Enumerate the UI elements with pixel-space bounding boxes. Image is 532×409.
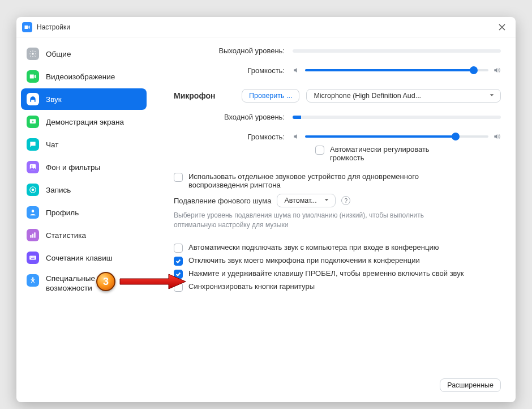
sidebar-item-audio[interactable]: Звук <box>21 88 147 110</box>
input-volume-label: Громкость: <box>174 133 293 141</box>
sidebar-item-label: Профиль <box>46 208 79 217</box>
mic-device-value: Microphone (High Definition Aud... <box>314 92 421 100</box>
sidebar-item-background[interactable]: Фон и фильтры <box>21 156 147 178</box>
svg-point-3 <box>31 165 32 167</box>
output-volume-label: Громкость: <box>174 66 293 75</box>
sidebar-item-label: Запись <box>46 186 71 194</box>
opt-label: Синхронизировать кнопки гарнитуры <box>188 282 315 291</box>
sidebar-item-label: Фон и фильтры <box>46 163 100 172</box>
output-level-meter <box>293 49 501 53</box>
output-volume-slider[interactable] <box>305 65 488 75</box>
opt-label: Отключить звук моего микрофона при подкл… <box>188 256 420 265</box>
svg-rect-7 <box>30 235 31 238</box>
svg-point-16 <box>32 277 34 279</box>
sidebar-item-shortcuts[interactable]: Сочетания клавиш <box>21 247 147 269</box>
input-level-label: Входной уровень: <box>174 113 293 121</box>
noise-suppression-select[interactable]: Автомат... <box>277 194 336 207</box>
titlebar: Настройки <box>16 17 516 37</box>
opt-checkbox-2[interactable] <box>174 270 183 279</box>
sidebar-item-label: Общие <box>46 50 71 58</box>
auto-gain-label: Автоматически регулировать громкость <box>330 145 454 162</box>
mic-test-button[interactable]: Проверить ... <box>242 89 299 103</box>
noise-value: Автомат... <box>284 197 316 204</box>
close-button[interactable] <box>494 19 510 35</box>
svg-rect-14 <box>35 257 35 257</box>
sidebar-item-profile[interactable]: Профиль <box>21 202 147 223</box>
chevron-down-icon <box>324 197 329 204</box>
chevron-down-icon <box>489 92 495 100</box>
svg-point-5 <box>32 189 35 191</box>
sidebar-item-share[interactable]: Демонстрация экрана <box>21 111 147 133</box>
noise-label: Подавление фонового шума <box>174 197 271 205</box>
svg-rect-12 <box>32 257 32 257</box>
headphones-icon <box>27 93 39 105</box>
svg-point-6 <box>32 210 35 212</box>
sidebar-item-label: Статистика <box>46 231 86 240</box>
input-volume-slider[interactable] <box>305 131 488 142</box>
sidebar-item-label: Сочетания клавиш <box>46 254 113 262</box>
auto-gain-checkbox[interactable] <box>315 146 324 155</box>
output-volume-row: Громкость: <box>174 65 501 75</box>
opt-space-to-unmute: Нажмите и удерживайте клавишу ПРОБЕЛ, чт… <box>174 269 501 279</box>
sidebar-item-general[interactable]: Общие <box>21 43 147 65</box>
volume-low-icon <box>293 66 301 74</box>
ringtone-label: Использовать отдельное звуковое устройст… <box>188 172 454 189</box>
gear-icon <box>27 48 39 60</box>
sidebar-item-label: Чат <box>46 140 58 149</box>
volume-high-icon <box>493 66 501 74</box>
sidebar-item-label: Специальные возможности <box>46 274 141 293</box>
chat-icon <box>27 138 39 151</box>
advanced-button[interactable]: Расширенные <box>440 378 501 392</box>
sidebar-item-label: Видеоизображение <box>46 73 115 81</box>
ringtone-device-row: Использовать отдельное звуковое устройст… <box>174 172 501 189</box>
svg-rect-13 <box>33 257 34 257</box>
microphone-row: Микрофон Проверить ... Microphone (High … <box>174 89 501 103</box>
volume-high-icon <box>493 133 501 140</box>
window-body: Общие Видеоизображение Звук Демонстрация… <box>16 37 516 402</box>
auto-gain-row: Автоматически регулировать громкость <box>174 145 501 162</box>
svg-rect-8 <box>32 234 33 238</box>
opt-checkbox-1[interactable] <box>174 257 183 266</box>
help-icon[interactable]: ? <box>341 196 350 205</box>
app-icon <box>22 22 32 32</box>
sidebar: Общие Видеоизображение Звук Демонстрация… <box>16 37 151 402</box>
input-level-meter <box>293 116 501 119</box>
sidebar-item-accessibility[interactable]: Специальные возможности <box>21 270 147 298</box>
svg-rect-9 <box>34 232 35 237</box>
svg-rect-11 <box>31 257 31 257</box>
opt-auto-join-audio: Автоматически подключать звук с компьюте… <box>174 243 501 253</box>
video-icon <box>27 70 39 83</box>
opt-sync-headset: Синхронизировать кнопки гарнитуры <box>174 282 501 292</box>
noise-suppression-row: Подавление фонового шума Автомат... ? <box>174 194 501 207</box>
sidebar-item-chat[interactable]: Чат <box>21 134 147 155</box>
svg-point-0 <box>32 53 34 55</box>
content-pane: Выходной уровень: Громкость: Микрофон <box>151 37 516 402</box>
sidebar-item-label: Демонстрация экрана <box>46 118 124 126</box>
svg-rect-10 <box>29 256 36 260</box>
sidebar-item-video[interactable]: Видеоизображение <box>21 66 147 87</box>
opt-checkbox-0[interactable] <box>174 244 183 253</box>
output-level-row: Выходной уровень: <box>174 46 501 55</box>
keyboard-icon <box>27 252 39 264</box>
input-volume-row: Громкость: <box>174 131 501 142</box>
input-level-row: Входной уровень: <box>174 113 501 121</box>
mic-device-select[interactable]: Microphone (High Definition Aud... <box>306 89 501 103</box>
noise-description: Выберите уровень подавления шума по умол… <box>174 211 468 231</box>
sidebar-item-label: Звук <box>46 95 62 104</box>
profile-icon <box>27 206 39 219</box>
sidebar-item-statistics[interactable]: Статистика <box>21 224 147 246</box>
share-screen-icon <box>27 116 39 128</box>
settings-window: Настройки Общие Видеоизображение Звук Де… <box>16 17 516 402</box>
opt-checkbox-3[interactable] <box>174 283 183 292</box>
ringtone-checkbox[interactable] <box>174 173 183 182</box>
volume-low-icon <box>293 133 301 140</box>
opt-label: Автоматически подключать звук с компьюте… <box>188 243 439 252</box>
opt-label: Нажмите и удерживайте клавишу ПРОБЕЛ, чт… <box>188 269 464 278</box>
microphone-heading: Микрофон <box>174 91 242 100</box>
output-level-label: Выходной уровень: <box>174 46 293 55</box>
svg-rect-15 <box>31 258 35 259</box>
accessibility-icon <box>27 274 39 287</box>
window-title: Настройки <box>37 23 70 31</box>
record-icon <box>27 184 39 196</box>
sidebar-item-recording[interactable]: Запись <box>21 179 147 201</box>
